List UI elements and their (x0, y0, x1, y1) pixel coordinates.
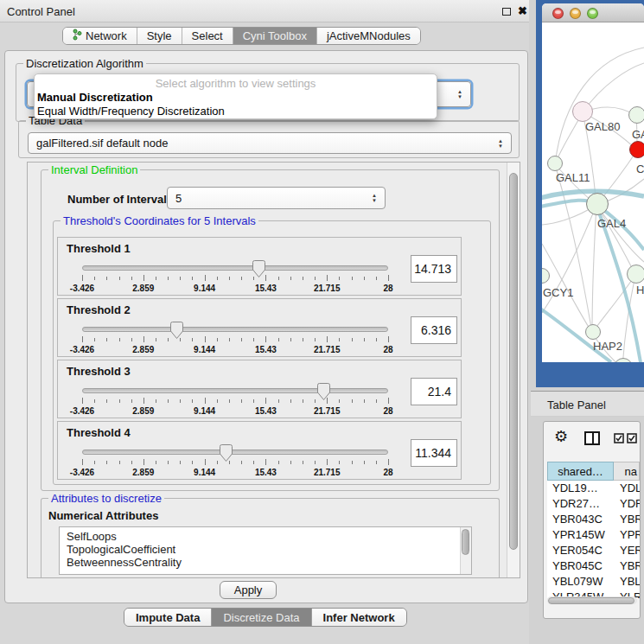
tick-mark (217, 461, 218, 464)
checkbox-icon[interactable] (627, 433, 637, 446)
network-node[interactable] (628, 106, 644, 124)
tab-discretize-data[interactable]: Discretize Data (212, 609, 311, 626)
dropdown-option-manual-discretization[interactable]: Manual Discretization (35, 91, 437, 105)
zoom-traffic-light[interactable] (587, 8, 598, 19)
tick-mark (278, 461, 279, 464)
gear-icon[interactable]: ⚙ (554, 427, 568, 445)
slider-thumb[interactable] (170, 322, 183, 339)
table-rows: YDL19…YDL1YDR27…YDR2YBR043CYBR0YPR145WYP… (547, 481, 640, 598)
tick-mark (339, 277, 340, 280)
table-row[interactable]: YDR27…YDR2 (547, 496, 640, 512)
close-traffic-light[interactable] (552, 8, 564, 19)
threshold-value-field[interactable]: 14.713 (411, 255, 457, 283)
minimize-traffic-light[interactable] (570, 8, 581, 19)
table-data-combobox[interactable]: galFiltered.sif default node ▲▼ (28, 132, 512, 154)
tick-mark (253, 338, 254, 341)
table-row[interactable]: YPR145WYPR1 (547, 527, 640, 543)
tick-label: -3.426 (70, 406, 94, 416)
network-view-frame: GAL80GALCGAL11GAL4GCY1HHAP2 (536, 0, 644, 387)
threshold-value-field[interactable]: 21.4 (411, 378, 457, 405)
slider-thumb[interactable] (317, 383, 330, 400)
node-label: GAL11 (556, 171, 590, 184)
slider-thumb[interactable] (220, 444, 233, 462)
threshold-slider-track[interactable] (82, 265, 388, 271)
scrollbar-thumb[interactable] (509, 173, 518, 550)
cell-shared-name: YER054C (547, 543, 614, 558)
tick-mark (352, 461, 353, 464)
table-row[interactable]: YBR045CYBR0 (547, 558, 640, 574)
attribute-item-selfloops[interactable]: SelfLoops (67, 530, 471, 543)
tick-mark (131, 277, 132, 280)
dropdown-option-equal-width-frequency-discretization[interactable]: Equal Width/Frequency Discretization (35, 105, 437, 118)
tab-impute-data[interactable]: Impute Data (124, 609, 212, 626)
tick-label: 21.715 (314, 468, 341, 477)
threshold-slider[interactable]: -3.4262.8599.14415.4321.71528 (82, 260, 388, 295)
interval-definition-title: Interval Definition (48, 163, 140, 176)
column-header-shared-[interactable]: shared… (547, 462, 614, 481)
threshold-slider-track[interactable] (82, 450, 388, 455)
tick-mark (192, 277, 193, 280)
tick-mark (290, 461, 291, 464)
column-header-na[interactable]: na (614, 462, 640, 481)
threshold-slider-track[interactable] (82, 388, 388, 393)
float-window-icon[interactable] (502, 8, 511, 16)
tab-infer-network[interactable]: Infer Network (312, 609, 406, 626)
attribute-item-topologicalcoefficient[interactable]: TopologicalCoefficient (67, 543, 471, 556)
split-columns-icon[interactable] (584, 431, 600, 445)
attribute-item-betweennesscentrality[interactable]: BetweennessCentrality (67, 556, 471, 569)
scrollbar-thumb[interactable] (462, 529, 469, 555)
network-node[interactable] (627, 265, 644, 284)
tick-mark (376, 277, 377, 280)
node-label: GAL (632, 128, 644, 141)
threshold-value-field[interactable]: 6.316 (411, 316, 457, 344)
network-node[interactable] (572, 101, 593, 122)
tick-mark (180, 461, 181, 464)
table-row[interactable]: YBL079WYBL0 (547, 574, 640, 590)
tick-label: 2.859 (132, 468, 154, 477)
threshold-slider[interactable]: -3.4262.8599.14415.4321.71528 (82, 444, 388, 479)
tick-mark (217, 277, 218, 280)
node-label: HAP2 (593, 340, 622, 353)
attributes-list-scrollbar[interactable] (460, 527, 471, 574)
tick-mark (119, 399, 120, 403)
tab-label: Network (86, 29, 127, 42)
network-canvas[interactable]: GAL80GALCGAL11GAL4GCY1HHAP2 (542, 23, 644, 362)
threshold-slider[interactable]: -3.4262.8599.14415.4321.71528 (82, 383, 388, 418)
checkbox-icon[interactable] (614, 433, 624, 446)
table-row[interactable]: YER054CYER0 (547, 543, 640, 558)
threshold-value-field[interactable]: 11.344 (411, 439, 457, 467)
tab-jactivemnodules[interactable]: jActiveMNodules (317, 28, 420, 44)
scrollbar-thumb[interactable] (548, 597, 634, 604)
close-icon[interactable]: ✖ (518, 4, 527, 17)
table-row[interactable]: YBR043CYBR0 (547, 512, 640, 527)
slider-thumb[interactable] (252, 260, 265, 277)
tick-mark (106, 461, 107, 464)
network-node[interactable] (585, 324, 601, 340)
tab-style[interactable]: Style (137, 28, 182, 44)
threshold-slider-track[interactable] (82, 327, 388, 332)
apply-button[interactable]: Apply (220, 581, 277, 599)
cell-shared-name: YBL079W (547, 574, 614, 590)
tick-mark (205, 459, 206, 465)
attributes-group: Attributes to discretize Numerical Attri… (41, 498, 500, 578)
tick-label: 9.144 (194, 345, 215, 354)
tab-network[interactable]: Network (63, 28, 137, 44)
num-intervals-spinner[interactable]: 5 ▲▼ (167, 187, 386, 209)
table-header-row: shared…na (547, 462, 640, 481)
network-node[interactable] (586, 193, 609, 215)
tab-select[interactable]: Select (182, 28, 233, 44)
network-node[interactable] (629, 141, 644, 158)
tick-mark (253, 461, 254, 464)
tick-mark (131, 399, 132, 403)
vertical-scrollbar[interactable] (507, 163, 520, 577)
tab-cyni-toolbox[interactable]: Cyni Toolbox (233, 28, 317, 44)
network-node[interactable] (547, 156, 563, 171)
threshold-list: Threshold 1-3.4262.8599.14415.4321.71528… (57, 237, 462, 482)
threshold-slider[interactable]: -3.4262.8599.14415.4321.71528 (82, 322, 388, 356)
tick-mark (168, 399, 169, 403)
tick-mark (265, 275, 266, 281)
tick-mark (156, 399, 156, 403)
horizontal-scrollbar[interactable] (547, 596, 637, 604)
table-row[interactable]: YDL19…YDL1 (547, 481, 640, 496)
bottom-tab-bar: Impute DataDiscretize DataInfer Network (124, 608, 407, 627)
